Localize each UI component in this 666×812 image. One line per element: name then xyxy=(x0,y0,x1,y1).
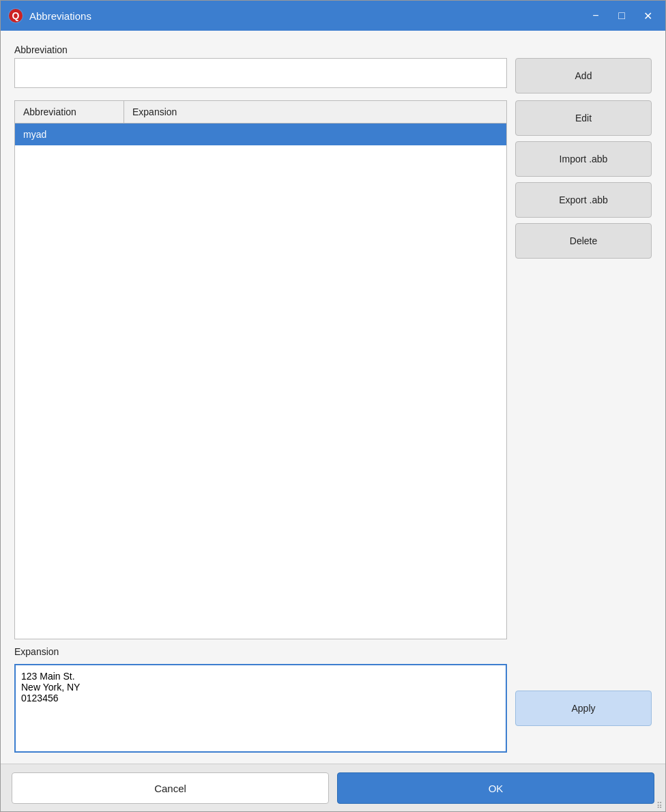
close-button[interactable]: ✕ xyxy=(637,6,658,25)
add-button[interactable]: Add xyxy=(515,58,652,93)
cell-expansion xyxy=(124,124,506,145)
minimize-button[interactable]: − xyxy=(585,6,607,25)
table-row[interactable]: myad xyxy=(15,124,506,145)
table-section: Abbreviation Expansion myad Edit Import … xyxy=(14,100,652,639)
abbreviation-top-row: Add xyxy=(14,58,652,93)
resize-grip[interactable]: ⠿ xyxy=(656,802,663,810)
cancel-button[interactable]: Cancel xyxy=(12,772,329,804)
abbreviation-label: Abbreviation xyxy=(14,44,652,55)
window-controls: − □ ✕ xyxy=(585,6,658,25)
expansion-section: Expansion 123 Main St. New York, NY 0123… xyxy=(14,646,652,764)
ok-button[interactable]: OK xyxy=(337,772,654,804)
abbreviations-table: Abbreviation Expansion myad xyxy=(14,100,507,639)
add-button-container: Add xyxy=(515,58,652,93)
abbreviations-dialog: Q Abbreviations − □ ✕ Abbreviation Add xyxy=(0,0,666,812)
abbreviation-input[interactable] xyxy=(14,58,507,88)
col-abbreviation: Abbreviation xyxy=(15,101,124,123)
title-bar: Q Abbreviations − □ ✕ xyxy=(1,1,665,31)
col-expansion: Expansion xyxy=(124,101,506,123)
side-buttons: Edit Import .abb Export .abb Delete xyxy=(515,100,652,639)
expansion-label: Expansion xyxy=(14,646,652,657)
window-title: Abbreviations xyxy=(29,10,585,22)
delete-button[interactable]: Delete xyxy=(515,223,652,259)
svg-text:Q: Q xyxy=(12,10,20,21)
export-abb-button[interactable]: Export .abb xyxy=(515,182,652,218)
import-abb-button[interactable]: Import .abb xyxy=(515,141,652,177)
dialog-footer: Cancel OK xyxy=(1,764,665,811)
maximize-button[interactable]: □ xyxy=(611,6,633,25)
expansion-textarea[interactable]: 123 Main St. New York, NY 0123456 xyxy=(14,664,507,753)
edit-button[interactable]: Edit xyxy=(515,100,652,136)
cell-abbreviation: myad xyxy=(15,124,124,145)
dialog-content: Abbreviation Add Abbreviation Expansion … xyxy=(1,31,665,764)
table-header: Abbreviation Expansion xyxy=(15,101,506,124)
app-icon: Q xyxy=(8,8,24,24)
apply-button[interactable]: Apply xyxy=(515,691,652,726)
abbreviation-field-section: Abbreviation Add xyxy=(14,44,652,93)
expansion-row: 123 Main St. New York, NY 0123456 Apply xyxy=(14,664,652,753)
